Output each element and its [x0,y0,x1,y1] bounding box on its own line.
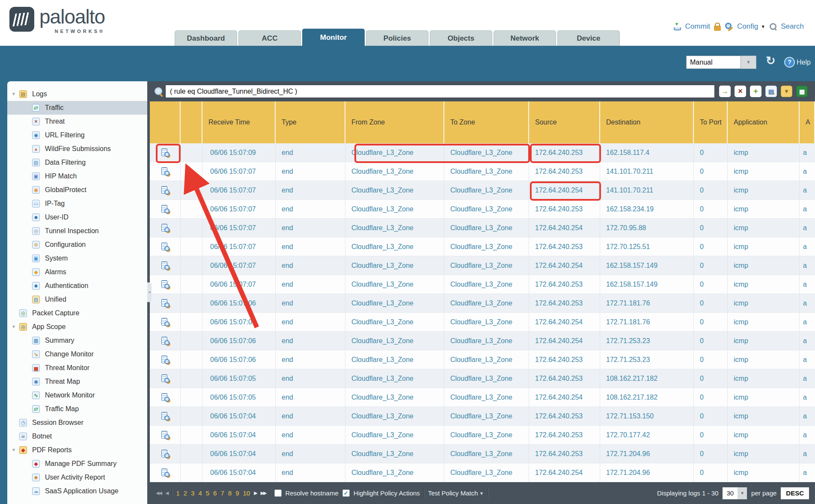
first-page-button[interactable]: ◀◀ [156,490,161,496]
cell-application[interactable]: icmp [728,407,800,425]
export-logs-icon[interactable] [796,86,808,97]
sidebar-tree-item[interactable]: Threat [7,115,147,128]
cell-destination[interactable]: 108.162.217.182 [600,369,694,388]
filter-builder-icon[interactable] [765,86,777,97]
cell-from-zone[interactable]: Cloudflare_L3_Zone [345,445,444,463]
cell-application[interactable]: icmp [728,463,800,482]
page-number[interactable]: 1 [176,489,179,497]
sidebar-tree-item[interactable]: GlobalProtect [7,183,147,197]
cell-to-zone[interactable]: Cloudflare_L3_Zone [444,219,529,237]
log-detail-icon[interactable] [161,431,170,439]
cell-application[interactable]: icmp [728,369,800,388]
refresh-interval-value[interactable]: Manual [686,56,741,69]
log-detail-icon[interactable] [161,374,170,383]
nav-tab[interactable]: Network [494,30,556,46]
cell-destination[interactable]: 141.101.70.211 [600,181,694,199]
sidebar-tree-item[interactable]: Change Monitor [7,347,147,361]
cell-application[interactable]: icmp [728,313,800,331]
page-number[interactable]: 5 [206,489,209,497]
log-detail-icon[interactable] [161,186,170,195]
highlight-policy-checkbox[interactable] [342,489,350,497]
cell-source[interactable]: 172.64.240.254 [529,256,600,275]
log-detail-icon[interactable] [161,280,170,289]
log-filter-input[interactable] [165,85,715,98]
cell-source[interactable]: 172.64.240.253 [529,426,600,444]
nav-tab[interactable]: Device [557,30,620,46]
cell-to-zone[interactable]: Cloudflare_L3_Zone [444,200,529,218]
cell-source[interactable]: 172.64.240.253 [529,294,600,312]
sidebar-tree-item[interactable]: Tunnel Inspection [7,224,147,238]
log-detail-icon[interactable] [161,450,170,458]
cell-from-zone[interactable]: Cloudflare_L3_Zone [345,219,444,237]
help-icon[interactable]: ? [784,57,795,68]
cell-to-zone[interactable]: Cloudflare_L3_Zone [444,350,529,369]
cell-destination[interactable]: 172.71.153.150 [600,407,694,425]
cell-to-zone[interactable]: Cloudflare_L3_Zone [444,426,529,444]
cell-destination[interactable]: 172.70.177.42 [600,426,694,444]
sidebar-collapse-handle[interactable] [147,282,152,302]
cell-to-zone[interactable]: Cloudflare_L3_Zone [444,332,529,350]
page-number[interactable]: 6 [213,489,217,497]
col-to-zone[interactable]: To Zone [444,101,529,143]
cell-application[interactable]: icmp [728,426,800,444]
cell-from-zone[interactable]: Cloudflare_L3_Zone [345,332,444,350]
cell-source[interactable]: 172.64.240.254 [529,388,600,406]
cell-application[interactable]: icmp [728,294,800,312]
sort-order-select[interactable]: DESC [781,487,809,499]
sidebar-tree-item[interactable]: WildFire Submissions [7,142,147,156]
clear-filter-icon[interactable] [735,86,746,97]
cell-to-zone[interactable]: Cloudflare_L3_Zone [444,445,529,463]
col-receive-time[interactable]: Receive Time [202,101,276,143]
cell-application[interactable]: icmp [728,181,800,199]
cell-source[interactable]: 172.64.240.253 [529,407,600,425]
sidebar-tree-item[interactable]: HIP Match [7,169,147,183]
log-detail-icon[interactable] [161,468,170,477]
resolve-hostname-checkbox[interactable] [274,489,282,497]
cell-from-zone[interactable]: Cloudflare_L3_Zone [345,350,444,369]
cell-source[interactable]: 172.64.240.254 [529,181,600,199]
sidebar-tree-item[interactable]: Session Browser [7,416,147,430]
config-link[interactable]: Config [737,22,758,31]
config-dropdown-caret-icon[interactable]: ▼ [761,24,765,29]
cell-destination[interactable]: 172.71.253.23 [600,350,694,369]
cell-to-zone[interactable]: Cloudflare_L3_Zone [444,407,529,425]
sidebar-tree-item[interactable]: Authentication [7,279,147,293]
cell-from-zone[interactable]: Cloudflare_L3_Zone [345,407,444,425]
sidebar-tree-item[interactable]: Threat Monitor [7,361,147,375]
cell-destination[interactable]: 162.158.117.4 [600,143,694,162]
last-page-button[interactable]: ▶▶ [261,490,266,496]
cell-source[interactable]: 172.64.240.254 [529,219,600,237]
sidebar-tree-item[interactable]: Summary [7,334,147,347]
cell-to-zone[interactable]: Cloudflare_L3_Zone [444,256,529,275]
help-label[interactable]: Help [797,59,811,66]
cell-from-zone[interactable]: Cloudflare_L3_Zone [345,463,444,482]
col-detail[interactable] [150,101,181,143]
page-number[interactable]: 7 [220,489,224,497]
log-detail-icon[interactable] [161,393,170,402]
log-detail-icon[interactable] [161,299,170,308]
cell-from-zone[interactable]: Cloudflare_L3_Zone [345,162,444,181]
nav-tab[interactable]: Policies [366,30,428,46]
sidebar-tree-item[interactable]: App Scope [7,320,147,334]
sidebar-tree-item[interactable]: Threat Map [7,375,147,388]
apply-filter-icon[interactable] [719,86,731,97]
log-detail-icon[interactable] [161,167,170,176]
cell-source[interactable]: 172.64.240.253 [529,143,600,162]
cell-source[interactable]: 172.64.240.253 [529,237,600,256]
cell-destination[interactable]: 162.158.157.149 [600,275,694,294]
cell-from-zone[interactable]: Cloudflare_L3_Zone [345,143,444,162]
sidebar-tree-item[interactable]: Configuration [7,238,147,252]
cell-from-zone[interactable]: Cloudflare_L3_Zone [345,313,444,331]
nav-tab[interactable]: ACC [238,30,301,46]
cell-to-zone[interactable]: Cloudflare_L3_Zone [444,388,529,406]
log-detail-icon[interactable] [161,356,170,364]
cell-source[interactable]: 172.64.240.253 [529,200,600,218]
sidebar-tree-item[interactable]: URL Filtering [7,128,147,142]
page-number[interactable]: 8 [228,489,232,497]
cell-source[interactable]: 172.64.240.254 [529,313,600,331]
sidebar-tree-item[interactable]: Manage PDF Summary [7,457,147,471]
commit-link[interactable]: Commit [685,22,711,31]
refresh-interval-caret-icon[interactable]: ▼ [741,56,756,69]
cell-from-zone[interactable]: Cloudflare_L3_Zone [345,256,444,275]
cell-source[interactable]: 172.64.240.254 [529,463,600,482]
